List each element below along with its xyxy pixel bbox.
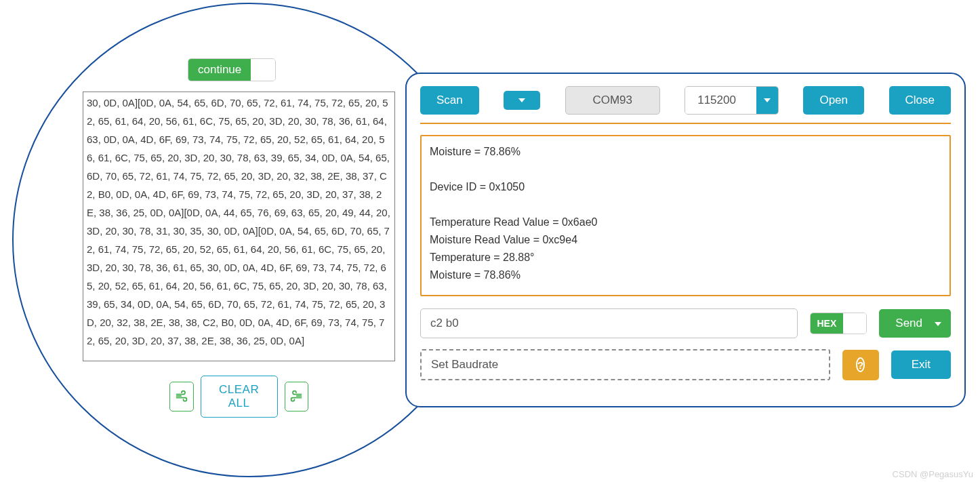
com-port-field[interactable]: COM93	[565, 86, 660, 115]
baudrate-value: 115200	[685, 87, 756, 114]
continue-toggle-off	[251, 59, 275, 81]
wind-left-icon[interactable]	[169, 382, 194, 411]
baudrate-caret	[756, 87, 778, 114]
exit-button[interactable]: Exit	[891, 350, 951, 379]
serial-terminal-card: Scan COM93 115200 Open Close Moisture = …	[405, 73, 966, 407]
chevron-down-icon	[935, 322, 941, 326]
transmit-input[interactable]	[420, 308, 798, 338]
hex-dump-textarea[interactable]: 30, 0D, 0A][0D, 0A, 54, 65, 6D, 70, 65, …	[83, 92, 395, 361]
hex-mode-label: HEX	[811, 313, 844, 334]
set-baudrate-field[interactable]: Set Baudrate	[420, 349, 830, 380]
baudrate-select[interactable]: 115200	[685, 86, 779, 115]
watermark-text: CSDN @PegasusYu	[893, 469, 973, 479]
scan-menu-button[interactable]	[504, 91, 540, 110]
clear-all-button[interactable]: CLEAR ALL	[201, 376, 278, 418]
serial-toolbar: Scan COM93 115200 Open Close	[420, 86, 951, 124]
question-icon: ?	[856, 357, 865, 372]
chevron-down-icon	[518, 98, 525, 102]
chevron-down-icon	[764, 98, 771, 102]
send-button[interactable]: Send	[879, 309, 951, 338]
help-button[interactable]: ?	[842, 350, 879, 380]
open-button[interactable]: Open	[803, 86, 864, 115]
continue-label: continue	[188, 59, 251, 81]
hex-mode-off	[843, 313, 866, 334]
scan-button[interactable]: Scan	[420, 86, 479, 115]
send-label: Send	[895, 317, 922, 330]
hex-mode-toggle[interactable]: HEX	[810, 313, 867, 334]
close-button[interactable]: Close	[889, 86, 951, 115]
receive-textarea[interactable]: Moisture = 78.86% Device ID = 0x1050 Tem…	[420, 135, 951, 296]
wind-right-icon[interactable]	[285, 382, 309, 411]
continue-toggle[interactable]: continue	[188, 58, 276, 81]
